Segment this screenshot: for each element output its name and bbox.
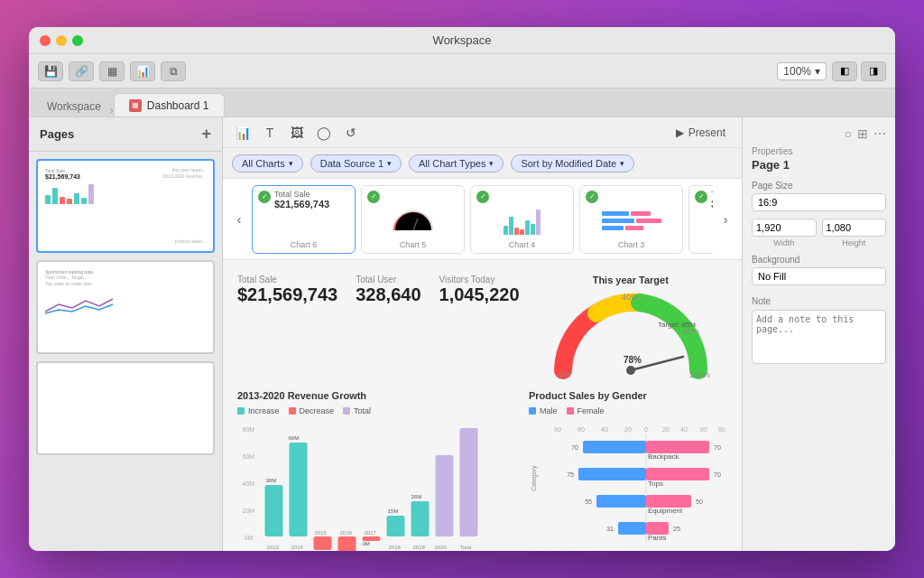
stat-visitors: Visitors Today 1,045,220 bbox=[439, 275, 520, 305]
svg-text:40M: 40M bbox=[243, 480, 255, 487]
bar-chart-svg: 80M 60M 40M 20M 0M bbox=[237, 421, 518, 551]
save-button[interactable]: 💾 bbox=[38, 61, 63, 81]
text-tool-button[interactable]: T bbox=[259, 122, 281, 144]
total-user-value: 328,640 bbox=[356, 284, 420, 305]
image-tool-button[interactable]: 🖼 bbox=[286, 122, 308, 144]
data-source-filter[interactable]: Data Source 1 ▾ bbox=[310, 154, 402, 172]
chart-button[interactable]: 📊 bbox=[130, 61, 155, 81]
page-thumb-3[interactable] bbox=[36, 361, 215, 455]
gauge-block: This year Target 0% 40% bbox=[534, 275, 727, 379]
thumb-content-2: Sportsmen training data Total Units... T… bbox=[38, 262, 213, 352]
svg-text:0: 0 bbox=[644, 426, 648, 433]
prop-icon-layout[interactable]: ⊞ bbox=[857, 126, 868, 141]
visitors-label: Visitors Today bbox=[439, 275, 520, 284]
chart-card-2[interactable]: ✓ Total User 328,640 Chart 2 bbox=[688, 185, 713, 254]
gauge-svg: 0% 40% 60% 100% Target: 85% 78% bbox=[550, 289, 712, 379]
copy-button[interactable]: ⧉ bbox=[161, 61, 186, 81]
height-input[interactable]: 1,080 bbox=[822, 219, 887, 237]
refresh-tool-button[interactable]: ↺ bbox=[340, 122, 362, 144]
total-sale-value: $21,569,743 bbox=[237, 284, 337, 305]
svg-text:78%: 78% bbox=[624, 355, 642, 365]
carousel-prev-button[interactable]: ‹ bbox=[230, 210, 248, 228]
svg-rect-72 bbox=[646, 522, 669, 535]
workspace-tab[interactable]: Workspace bbox=[38, 97, 110, 117]
shape-tool-button[interactable]: ◯ bbox=[313, 122, 335, 144]
svg-text:20: 20 bbox=[662, 426, 670, 433]
svg-text:80M: 80M bbox=[243, 426, 255, 433]
maximize-button[interactable] bbox=[72, 35, 83, 46]
dimensions-row: 1,920 Width 1,080 Height bbox=[752, 219, 886, 247]
svg-text:2014: 2014 bbox=[291, 545, 304, 550]
legend-male: Male bbox=[529, 406, 558, 415]
data-source-chevron-icon: ▾ bbox=[387, 159, 392, 168]
page-size-select[interactable]: 16:9 4:3 Custom bbox=[752, 193, 886, 211]
minimize-button[interactable] bbox=[56, 35, 67, 46]
sort-by-filter[interactable]: Sort by Modified Date ▾ bbox=[511, 154, 634, 172]
legend-female-dot bbox=[567, 407, 574, 415]
legend-decrease-dot bbox=[289, 407, 296, 415]
zoom-control[interactable]: 100% ▾ bbox=[777, 62, 827, 80]
prop-icon-dots[interactable]: ⋯ bbox=[873, 126, 886, 141]
page-thumb-2[interactable]: Sportsmen training data Total Units... T… bbox=[36, 260, 215, 354]
page-thumb-1[interactable]: Total Sale $21,569,743 bbox=[36, 159, 215, 253]
svg-rect-70 bbox=[618, 522, 646, 535]
tab-label: Dashboard 1 bbox=[147, 99, 209, 112]
present-button[interactable]: ▶ Present bbox=[669, 123, 733, 143]
panel-right-button[interactable]: ◨ bbox=[861, 61, 886, 81]
filter-bar: All Charts ▾ Data Source 1 ▾ All Chart T… bbox=[223, 148, 742, 179]
chart-2-value: 328,640 bbox=[711, 199, 713, 210]
chart-4-mini bbox=[476, 203, 568, 238]
svg-point-7 bbox=[626, 366, 635, 375]
svg-rect-60 bbox=[578, 468, 646, 480]
prop-header-icons: ○ ⊞ ⋯ bbox=[752, 126, 886, 141]
chart-tool-button[interactable]: 📊 bbox=[232, 122, 254, 144]
background-label: Background bbox=[752, 255, 886, 265]
svg-text:Target: 85%: Target: 85% bbox=[658, 321, 697, 329]
zoom-chevron-icon: ▾ bbox=[815, 65, 820, 78]
chart-3-label: Chart 3 bbox=[586, 240, 677, 249]
svg-text:25: 25 bbox=[673, 526, 680, 532]
prop-icon-circle[interactable]: ○ bbox=[845, 126, 852, 141]
svg-text:Total: Total bbox=[460, 545, 472, 550]
svg-text:0%: 0% bbox=[559, 370, 570, 379]
close-button[interactable] bbox=[40, 35, 51, 46]
legend-increase-label: Increase bbox=[248, 406, 280, 415]
svg-text:70: 70 bbox=[714, 471, 721, 478]
background-select[interactable]: No Fill Color Gradient bbox=[752, 267, 886, 285]
carousel-next-button[interactable]: › bbox=[716, 210, 735, 228]
width-input[interactable]: 1,920 bbox=[752, 219, 817, 237]
svg-text:2018: 2018 bbox=[389, 545, 402, 550]
note-textarea[interactable] bbox=[752, 310, 886, 364]
window-title: Workspace bbox=[433, 33, 492, 47]
chart-types-chevron-icon: ▾ bbox=[489, 159, 494, 168]
chart-types-filter[interactable]: All Chart Types ▾ bbox=[409, 154, 504, 172]
page-size-label: Page Size bbox=[752, 181, 886, 191]
svg-text:2020: 2020 bbox=[435, 545, 448, 550]
grid-button[interactable]: ▦ bbox=[99, 61, 125, 81]
gender-chart-svg: 80 60 40 20 0 20 40 60 80 Cat bbox=[529, 421, 727, 547]
svg-rect-40 bbox=[436, 455, 454, 536]
panel-left-button[interactable]: ◧ bbox=[832, 61, 857, 81]
all-charts-filter[interactable]: All Charts ▾ bbox=[232, 154, 303, 172]
chart-card-6[interactable]: ✓ Total Sale $21,569,743 Chart 6 bbox=[252, 185, 356, 254]
svg-text:69M: 69M bbox=[289, 435, 300, 441]
all-charts-chevron-icon: ▾ bbox=[289, 159, 293, 168]
svg-text:20: 20 bbox=[624, 426, 632, 433]
content-area: 📊 T 🖼 ◯ ↺ ▶ Present All Charts ▾ Data So bbox=[223, 117, 742, 551]
legend-male-dot bbox=[529, 407, 536, 415]
chart-card-5[interactable]: ✓ Chart 5 bbox=[361, 185, 465, 254]
chart-card-4[interactable]: ✓ Chart 4 bbox=[470, 185, 574, 254]
chart-2-label: Chart 2 bbox=[695, 240, 713, 249]
stat-total-sale: Total Sale $21,569,743 bbox=[237, 275, 337, 305]
svg-text:-10M: -10M bbox=[313, 550, 326, 551]
legend-female-label: Female bbox=[578, 406, 605, 415]
svg-rect-28 bbox=[338, 536, 356, 551]
svg-text:80: 80 bbox=[718, 426, 725, 433]
chart-card-3[interactable]: ✓ bbox=[579, 185, 683, 254]
svg-text:70: 70 bbox=[714, 444, 721, 451]
add-page-button[interactable]: + bbox=[201, 125, 211, 144]
svg-rect-65 bbox=[596, 495, 646, 508]
svg-text:2013: 2013 bbox=[267, 545, 280, 550]
share-button[interactable]: 🔗 bbox=[69, 61, 94, 81]
dashboard-tab[interactable]: ▦ Dashboard 1 bbox=[114, 93, 225, 117]
